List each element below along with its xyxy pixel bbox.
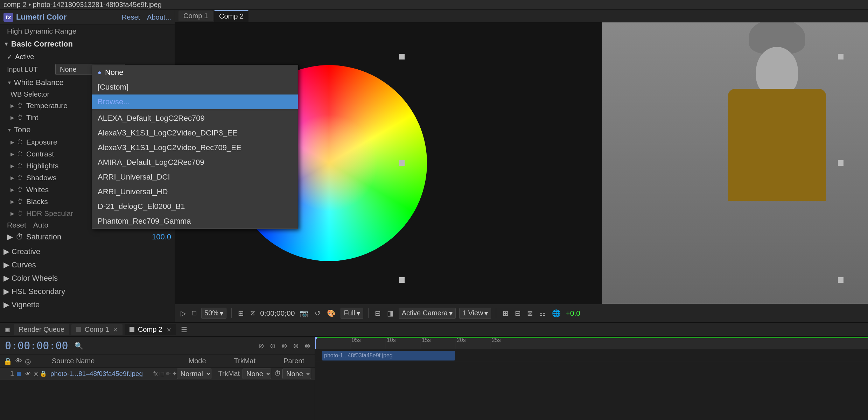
comp2-tab[interactable]: Comp 2 bbox=[214, 10, 248, 22]
camera-dropdown[interactable]: Active Camera ▾ bbox=[399, 308, 456, 319]
loop-icon[interactable]: ↺ bbox=[313, 308, 322, 319]
views-dropdown[interactable]: 1 View ▾ bbox=[459, 308, 491, 319]
comp-icon3[interactable]: ⊠ bbox=[526, 308, 534, 319]
hdr-s-arrow: ▶ bbox=[10, 211, 14, 216]
sep3 bbox=[496, 308, 496, 318]
comp1-close[interactable]: ✕ bbox=[113, 327, 118, 333]
handle-mid-left[interactable] bbox=[399, 160, 405, 166]
grid-icon[interactable]: ⊞ bbox=[237, 308, 245, 319]
ctrl5[interactable]: ⊜ bbox=[303, 340, 312, 351]
person-head bbox=[756, 47, 798, 96]
creative-section[interactable]: ▶ Creative bbox=[0, 245, 175, 258]
bl-icon: ⏱ bbox=[17, 198, 23, 205]
lut-option-arri-dci[interactable]: ARRI_Universal_DCI bbox=[92, 170, 175, 184]
left-panel: fx Lumetri Color Reset About... High Dyn… bbox=[0, 10, 175, 322]
parent-layer-select[interactable]: None bbox=[282, 369, 311, 379]
lut-option-custom[interactable]: [Custom] bbox=[92, 80, 175, 94]
wb-selector-label: WB Selector bbox=[10, 90, 49, 98]
handle-top-left[interactable] bbox=[399, 54, 405, 59]
lut-option-alexav3-rec709[interactable]: AlexaV3_K1S1_LogC2Video_Rec709_EE bbox=[92, 140, 175, 155]
lut-option-arri-hd[interactable]: ARRI_Universal_HD bbox=[92, 184, 175, 199]
layer-eye[interactable]: 👁 bbox=[24, 369, 32, 378]
comp2-bottom-tab[interactable]: Comp 2 ✕ bbox=[125, 324, 176, 335]
globe-icon[interactable]: 🌐 bbox=[551, 308, 562, 319]
toggle-grid-icon[interactable]: ⊟ bbox=[373, 308, 382, 319]
render-queue-tab[interactable]: Render Queue bbox=[14, 324, 69, 335]
reset-button[interactable]: Reset bbox=[122, 13, 140, 21]
track-1: photo-1...48f03fa45e9f.jpeg bbox=[315, 349, 868, 362]
handle-top-right[interactable] bbox=[838, 54, 844, 59]
expand-icon2: ▶ bbox=[10, 115, 14, 120]
mask-icon[interactable]: ◨ bbox=[386, 308, 395, 319]
ruler-tick-20s: 20s bbox=[455, 337, 490, 349]
color-wheels-label: Color Wheels bbox=[12, 274, 58, 283]
curves-section[interactable]: ▶ Curves bbox=[0, 258, 175, 272]
lut-option-amira[interactable]: AMIRA_Default_LogC2Rec709 bbox=[92, 155, 175, 170]
temperature-label: Temperature bbox=[26, 102, 68, 110]
source-header-icons: 🔒 👁 ◎ bbox=[4, 357, 31, 365]
lut-alexa-default-label: ALEXA_Default_LogC2Rec709 bbox=[98, 114, 175, 123]
parent-select[interactable]: None bbox=[243, 369, 271, 379]
comp-icon4[interactable]: ⚏ bbox=[538, 308, 547, 319]
hsl-section[interactable]: ▶ HSL Secondary bbox=[0, 285, 175, 298]
lut-option-none[interactable]: ● None bbox=[92, 65, 175, 80]
time-icon[interactable]: ⧖ bbox=[249, 308, 257, 318]
about-button[interactable]: About... bbox=[147, 13, 171, 21]
color-icon[interactable]: 🎨 bbox=[326, 308, 337, 319]
comp2-close[interactable]: ✕ bbox=[167, 327, 171, 333]
highlights-label: Highlights bbox=[26, 162, 58, 170]
timeline-area: 0:00:00:00 🔍 ⊘ ⊙ ⊚ ⊛ ⊜ 🔒 👁 ◎ Source Name… bbox=[0, 337, 868, 420]
lut-option-browse[interactable]: Browse... bbox=[92, 94, 175, 109]
camera-value: Active Camera bbox=[402, 309, 448, 317]
quality-arrow: ▾ bbox=[357, 309, 360, 317]
lut-option-alexav3-dcip3[interactable]: AlexaV3_K1S1_LogC2Video_DCIP3_EE bbox=[92, 126, 175, 140]
search-icon[interactable]: 🔍 bbox=[73, 340, 85, 351]
cw-triangle: ▶ bbox=[4, 274, 9, 283]
comp1-bottom-tab[interactable]: Comp 1 ✕ bbox=[71, 324, 122, 335]
toggle-icon[interactable]: □ bbox=[191, 308, 198, 318]
saturation-label: Saturation bbox=[26, 232, 61, 241]
auto-btn[interactable]: Auto bbox=[33, 221, 48, 229]
camera-snap-icon[interactable]: 📷 bbox=[298, 308, 310, 319]
ruler-tick-25s: 25s bbox=[490, 337, 525, 349]
list-icon[interactable]: ☰ bbox=[180, 324, 189, 335]
ctrl2[interactable]: ⊙ bbox=[268, 340, 277, 351]
quality-dropdown[interactable]: Full ▾ bbox=[341, 308, 363, 319]
zoom-dropdown[interactable]: 50% ▾ bbox=[201, 308, 226, 319]
active-label[interactable]: Active bbox=[15, 53, 34, 61]
ctrl4[interactable]: ⊛ bbox=[292, 340, 300, 351]
lut-alexav3-rec709-label: AlexaV3_K1S1_LogC2Video_Rec709_EE bbox=[98, 143, 175, 152]
reset-tone-btn[interactable]: Reset bbox=[7, 221, 26, 229]
parent-icon: ⏱ bbox=[274, 370, 281, 378]
panel-actions: Reset About... bbox=[122, 13, 171, 21]
lut-option-d21[interactable]: D-21_delogC_El0200_B1 bbox=[92, 199, 175, 214]
basic-correction-header[interactable]: ▼ Basic Correction bbox=[0, 37, 175, 51]
ctrl1[interactable]: ⊘ bbox=[257, 340, 266, 351]
person-area bbox=[602, 22, 868, 304]
comp-icon1[interactable]: ⊞ bbox=[501, 308, 510, 319]
comp-icon2[interactable]: ⊟ bbox=[513, 308, 522, 319]
render-icon[interactable]: ▷ bbox=[179, 308, 187, 319]
ruler-tick-5s: 05s bbox=[350, 337, 385, 349]
quality-value: Full bbox=[344, 309, 355, 317]
parent-col: Parent bbox=[284, 357, 304, 365]
color-wheels-section[interactable]: ▶ Color Wheels bbox=[0, 272, 175, 285]
lut-option-alexa-default[interactable]: ALEXA_Default_LogC2Rec709 bbox=[92, 111, 175, 126]
handle-bottom-left[interactable] bbox=[399, 277, 405, 283]
sep1 bbox=[231, 308, 232, 318]
handle-bottom-right[interactable] bbox=[838, 277, 844, 283]
vignette-section[interactable]: ▶ Vignette bbox=[0, 298, 175, 312]
handle-mid-right[interactable] bbox=[838, 160, 844, 166]
comp1-tab[interactable]: Comp 1 bbox=[178, 10, 213, 21]
trkmat-col: TrkMat bbox=[234, 357, 255, 365]
whites-label: Whites bbox=[26, 186, 49, 194]
track-clip-1[interactable]: photo-1...48f03fa45e9f.jpeg bbox=[322, 351, 455, 360]
lut-option-phantom[interactable]: Phantom_Rec709_Gamma bbox=[92, 214, 175, 229]
layer-solo[interactable]: ◎ bbox=[32, 369, 40, 378]
views-arrow: ▾ bbox=[484, 309, 488, 317]
ctrl3[interactable]: ⊚ bbox=[280, 340, 289, 351]
mode-select[interactable]: Normal bbox=[177, 369, 211, 379]
tint-label: Tint bbox=[26, 113, 38, 122]
creative-label: Creative bbox=[12, 247, 40, 256]
timecode-display: 0;00;00;00 bbox=[260, 309, 295, 317]
